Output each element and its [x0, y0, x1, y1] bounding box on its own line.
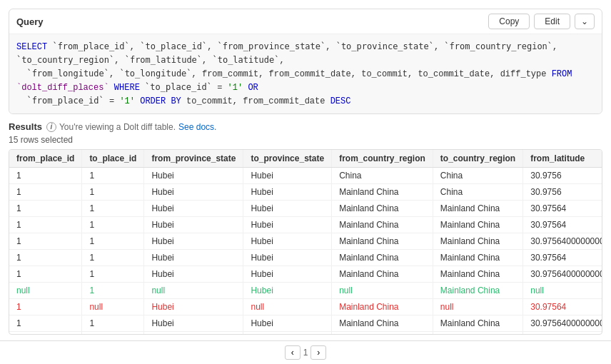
cell-from_place_id: 1 [9, 233, 82, 250]
pagination-bar: ‹ 1 › [285, 345, 327, 360]
cell-to_province_state: Hubei [243, 283, 332, 299]
cell-from_province_state: Hubei [144, 315, 243, 332]
results-section: Results i You're viewing a Dolt diff tab… [9, 121, 602, 335]
cell-from_latitude: null [523, 283, 602, 299]
cell-from_place_id: 1 [9, 201, 82, 217]
cell-from_place_id: 1 [9, 168, 82, 184]
cell-from_latitude: 30.97564 [523, 201, 602, 217]
cell-to_place_id: 1 [82, 315, 144, 332]
cell-from_country_region: Mainland China [332, 233, 433, 250]
cell-from_place_id: 1 [9, 332, 82, 335]
results-info: i You're viewing a Dolt diff table. See … [46, 122, 216, 132]
cell-from_country_region: Mainland China [332, 250, 433, 266]
cell-to_province_state: null [243, 299, 332, 315]
cell-to_province_state: Hubei [243, 168, 332, 184]
table-row: 11HubeiHubeiMainland ChinaMainland China… [9, 201, 602, 217]
table-body: 11HubeiHubeiChinaChina30.975630.975611Hu… [9, 168, 602, 335]
col-from-place-id[interactable]: from_place_id [9, 150, 82, 168]
table-row: 11HubeiHubeiMainland ChinaMainland China… [9, 332, 602, 335]
cell-from_latitude: 30.97564 [523, 332, 602, 335]
cell-from_country_region: Mainland China [332, 315, 433, 332]
col-to-province-state[interactable]: to_province_state [243, 150, 332, 168]
cell-to_province_state: Hubei [243, 315, 332, 332]
cell-to_place_id: 1 [82, 266, 144, 283]
cell-from_latitude: 30.97564 [523, 217, 602, 233]
query-actions: Copy Edit ⌄ [488, 14, 595, 29]
cell-from_place_id: 1 [9, 315, 82, 332]
page-container: Query Copy Edit ⌄ SELECT `from_place_id`… [0, 0, 611, 364]
cell-to_place_id: 1 [82, 201, 144, 217]
cell-from_province_state: Hubei [144, 332, 243, 335]
copy-button[interactable]: Copy [488, 14, 530, 29]
cell-from_latitude: 30.9756 [523, 168, 602, 184]
prev-page-button[interactable]: ‹ [285, 345, 301, 360]
cell-to_province_state: Hubei [243, 217, 332, 233]
cell-to_province_state: Hubei [243, 250, 332, 266]
table-row: 1nullHubeinullMainland Chinanull30.97564… [9, 299, 602, 315]
cell-from_place_id: 1 [9, 299, 82, 315]
cell-from_latitude: 30.975640000000002 [523, 233, 602, 250]
col-to-country-region[interactable]: to_country_region [433, 150, 522, 168]
cell-to_country_region: Mainland China [433, 233, 522, 250]
cell-to_country_region: Mainland China [433, 266, 522, 283]
page-indicator: 1 [303, 348, 308, 358]
query-section: Query Copy Edit ⌄ SELECT `from_place_id`… [9, 9, 602, 114]
cell-from_latitude: 30.975640000000002 [523, 315, 602, 332]
cell-from_province_state: Hubei [144, 184, 243, 201]
col-from-province-state[interactable]: from_province_state [144, 150, 243, 168]
cell-to_province_state: Hubei [243, 233, 332, 250]
see-docs-link[interactable]: See docs. [178, 122, 216, 132]
cell-from_country_region: Mainland China [332, 266, 433, 283]
cell-to_province_state: Hubei [243, 332, 332, 335]
cell-to_province_state: Hubei [243, 266, 332, 283]
results-header: Results i You're viewing a Dolt diff tab… [9, 121, 602, 132]
info-icon: i [46, 122, 56, 132]
cell-from_province_state: Hubei [144, 266, 243, 283]
bottom-area: ‹ 1 › [0, 340, 611, 364]
cell-from_latitude: 30.9756 [523, 184, 602, 201]
chevron-button[interactable]: ⌄ [575, 14, 595, 29]
query-header: Query Copy Edit ⌄ [9, 9, 602, 34]
cell-to_country_region: Mainland China [433, 201, 522, 217]
cell-to_place_id: null [82, 299, 144, 315]
cell-from_country_region: Mainland China [332, 217, 433, 233]
cell-to_place_id: 1 [82, 168, 144, 184]
next-page-button[interactable]: › [310, 345, 326, 360]
cell-to_place_id: 1 [82, 184, 144, 201]
cell-to_place_id: 1 [82, 283, 144, 299]
cell-from_country_region: Mainland China [332, 184, 433, 201]
col-from-country-region[interactable]: from_country_region [332, 150, 433, 168]
cell-from_place_id: 1 [9, 217, 82, 233]
col-to-place-id[interactable]: to_place_id [82, 150, 144, 168]
cell-to_country_region: Mainland China [433, 332, 522, 335]
cell-from_country_region: Mainland China [332, 299, 433, 315]
cell-from_place_id: null [9, 283, 82, 299]
table-row: null1nullHubeinullMainland Chinanull30.9… [9, 283, 602, 299]
cell-to_country_region: Mainland China [433, 250, 522, 266]
col-from-latitude[interactable]: from_latitude [523, 150, 602, 168]
cell-to_place_id: 1 [82, 332, 144, 335]
table-row: 11HubeiHubeiMainland ChinaMainland China… [9, 217, 602, 233]
cell-to_place_id: 1 [82, 233, 144, 250]
cell-from_province_state: Hubei [144, 217, 243, 233]
table-row: 11HubeiHubeiMainland ChinaMainland China… [9, 266, 602, 283]
query-body: SELECT `from_place_id`, `to_place_id`, `… [9, 34, 602, 113]
table-row: 11HubeiHubeiMainland ChinaChina30.975630… [9, 184, 602, 201]
cell-to_country_region: Mainland China [433, 217, 522, 233]
cell-from_province_state: Hubei [144, 299, 243, 315]
results-table-container[interactable]: from_place_id to_place_id from_province_… [9, 149, 602, 335]
cell-from_place_id: 1 [9, 250, 82, 266]
cell-from_country_region: China [332, 168, 433, 184]
table-row: 11HubeiHubeiMainland ChinaMainland China… [9, 250, 602, 266]
table-row: 11HubeiHubeiMainland ChinaMainland China… [9, 315, 602, 332]
edit-button[interactable]: Edit [534, 14, 570, 29]
results-table: from_place_id to_place_id from_province_… [9, 150, 602, 335]
cell-to_country_region: Mainland China [433, 283, 522, 299]
results-info-text: You're viewing a Dolt diff table. [59, 122, 176, 132]
cell-from_latitude: 30.97564 [523, 299, 602, 315]
cell-from_province_state: Hubei [144, 233, 243, 250]
cell-from_place_id: 1 [9, 184, 82, 201]
cell-from_province_state: Hubei [144, 250, 243, 266]
cell-from_province_state: null [144, 283, 243, 299]
cell-from_country_region: null [332, 283, 433, 299]
